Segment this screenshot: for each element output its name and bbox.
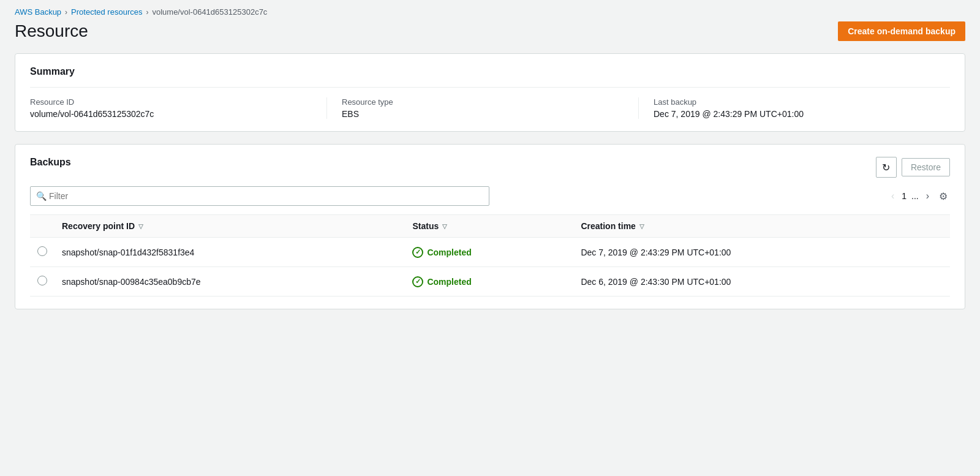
page-title: Resource: [15, 21, 88, 41]
status-label-0: Completed: [427, 247, 471, 257]
summary-last-backup: Last backup Dec 7, 2019 @ 2:43:29 PM UTC…: [654, 97, 950, 119]
resource-type-value: EBS: [342, 109, 624, 119]
resource-id-label: Resource ID: [30, 97, 312, 107]
search-wrap: 🔍: [30, 186, 489, 206]
backups-card: Backups ↻ Restore 🔍 ‹ 1 ... › ⚙: [15, 144, 965, 309]
row-creation-time-0: Dec 7, 2019 @ 2:43:29 PM UTC+01:00: [573, 238, 950, 267]
row-recovery-point-id-0: snapshot/snap-01f1d432f5831f3e4: [55, 238, 405, 267]
sort-icon-recovery-point: ▽: [138, 223, 143, 230]
breadcrumb-sep-1: ›: [65, 8, 67, 17]
status-completed-icon-0: ✓: [412, 247, 423, 258]
breadcrumb-current: volume/vol-0641d653125302c7c: [152, 7, 267, 17]
row-creation-time-1: Dec 6, 2019 @ 2:43:30 PM UTC+01:00: [573, 267, 950, 297]
summary-resource-id: Resource ID volume/vol-0641d653125302c7c: [30, 97, 327, 119]
pagination-next-button[interactable]: ›: [924, 189, 932, 203]
refresh-icon: ↻: [882, 162, 890, 173]
page-header: Resource Create on-demand backup: [15, 21, 965, 41]
pagination-prev-button[interactable]: ‹: [889, 189, 897, 203]
table-col-status: Status ▽: [405, 215, 573, 238]
last-backup-label: Last backup: [654, 97, 935, 107]
pagination-ellipsis: ...: [911, 191, 919, 201]
backups-header: Backups ↻ Restore: [30, 157, 950, 178]
row-recovery-point-id-1: snapshot/snap-00984c35ea0b9cb7e: [55, 267, 405, 297]
breadcrumb-parent[interactable]: Protected resources: [71, 7, 142, 17]
summary-title: Summary: [30, 66, 950, 77]
pagination: ‹ 1 ... › ⚙: [889, 189, 950, 203]
table-col-recovery-point-id: Recovery point ID ▽: [55, 215, 405, 238]
row-select-1[interactable]: [30, 267, 55, 297]
status-label-1: Completed: [427, 277, 471, 287]
refresh-button[interactable]: ↻: [876, 157, 897, 178]
row-status-0: ✓ Completed: [405, 238, 573, 267]
breadcrumb-sep-2: ›: [146, 8, 148, 17]
table-col-select: [30, 215, 55, 238]
resource-type-label: Resource type: [342, 97, 624, 107]
backups-actions: ↻ Restore: [876, 157, 950, 178]
table-settings-button[interactable]: ⚙: [937, 189, 950, 203]
filter-input[interactable]: [30, 186, 489, 206]
last-backup-value: Dec 7, 2019 @ 2:43:29 PM UTC+01:00: [654, 109, 935, 119]
resource-id-value: volume/vol-0641d653125302c7c: [30, 109, 312, 119]
row-status-1: ✓ Completed: [405, 267, 573, 297]
table-col-creation-time: Creation time ▽: [573, 215, 950, 238]
breadcrumb-home[interactable]: AWS Backup: [15, 7, 61, 17]
search-icon: 🔍: [36, 191, 47, 201]
table-row: snapshot/snap-00984c35ea0b9cb7e ✓ Comple…: [30, 267, 950, 297]
breadcrumb: AWS Backup › Protected resources › volum…: [15, 7, 965, 17]
summary-fields: Resource ID volume/vol-0641d653125302c7c…: [30, 87, 950, 119]
pagination-current: 1: [902, 191, 907, 201]
summary-card: Summary Resource ID volume/vol-0641d6531…: [15, 53, 965, 132]
filter-row: 🔍 ‹ 1 ... › ⚙: [30, 186, 950, 206]
backups-table: Recovery point ID ▽ Status ▽ Creation ti…: [30, 214, 950, 297]
sort-icon-creation-time: ▽: [639, 223, 644, 230]
row-select-0[interactable]: [30, 238, 55, 267]
radio-button-0[interactable]: [37, 246, 47, 256]
summary-resource-type: Resource type EBS: [342, 97, 639, 119]
table-row: snapshot/snap-01f1d432f5831f3e4 ✓ Comple…: [30, 238, 950, 267]
backups-title: Backups: [30, 157, 71, 168]
radio-button-1[interactable]: [37, 276, 47, 285]
restore-button[interactable]: Restore: [902, 158, 950, 176]
sort-icon-status: ▽: [442, 223, 447, 230]
create-on-demand-backup-button[interactable]: Create on-demand backup: [838, 21, 965, 41]
table-header-row: Recovery point ID ▽ Status ▽ Creation ti…: [30, 215, 950, 238]
status-completed-icon-1: ✓: [412, 276, 423, 287]
